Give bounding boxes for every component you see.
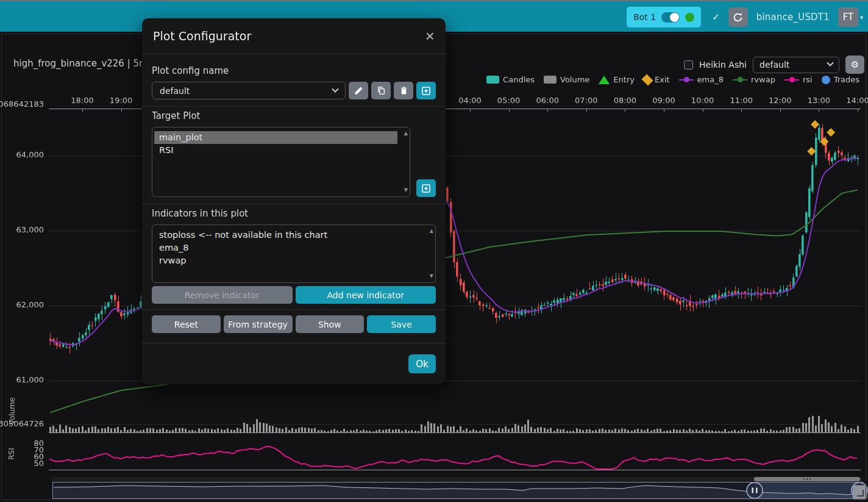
legend-item-label: ema_8	[697, 75, 724, 84]
duplicate-config-button[interactable]	[371, 82, 391, 99]
legend-item-label: Entry	[613, 75, 635, 84]
from-strategy-button[interactable]: From strategy	[224, 315, 293, 333]
x-axis-label: 10:00	[688, 96, 717, 105]
plus-square-icon	[421, 184, 431, 193]
heikin-ashi-checkbox[interactable]	[684, 60, 693, 70]
bot-toggle[interactable]	[661, 12, 680, 23]
x-axis-label: 19:00	[107, 96, 136, 105]
heikin-ashi-label: Heikin Ashi	[699, 60, 747, 70]
exit-diamond-icon	[641, 74, 653, 85]
trash-icon	[399, 86, 408, 95]
legend-item-label: Exit	[655, 75, 670, 84]
bot-name-label: Bot 1	[633, 12, 656, 22]
target-plot-list: main_plot RSI ▲ ▼	[152, 127, 410, 197]
legend-item-ema_8[interactable]: ema_8	[679, 75, 724, 84]
refresh-icon	[733, 12, 743, 23]
legend-item-label: Volume	[560, 75, 589, 84]
add-target-plot-button[interactable]	[416, 179, 436, 197]
indicator-item-rvwap[interactable]: rvwap	[154, 254, 423, 267]
rsi-pane-label: RSI	[7, 445, 16, 462]
x-axis-label: 06:00	[533, 96, 562, 105]
bot-selector[interactable]: Bot 1	[627, 7, 701, 27]
plus-square-icon	[421, 86, 431, 96]
legend-item-label: rvwap	[751, 75, 775, 84]
volume-swatch-icon	[544, 76, 557, 84]
plot-configurator-modal: Plot Configurator × Plot config name def…	[142, 18, 446, 384]
scroll-up-icon[interactable]: ▲	[404, 131, 408, 137]
y-axis-label: 64,000	[16, 150, 44, 159]
legend-item-label: Candles	[503, 75, 535, 84]
x-axis-label: 08:00	[610, 96, 639, 105]
plot-config-select-value: default	[760, 60, 789, 70]
chevron-down-icon	[332, 85, 338, 92]
remove-indicator-button[interactable]: Remove indicator	[152, 286, 293, 304]
y-axis-label: 61,000	[16, 375, 44, 384]
bot-online-dot-icon	[685, 13, 694, 22]
pair-label: binance_USDT1	[756, 12, 830, 23]
plot-configurator-gear-button[interactable]: ⚙	[845, 56, 864, 74]
legend-item-trades[interactable]: Trades	[822, 75, 859, 84]
close-icon[interactable]: ×	[425, 28, 435, 44]
caret-down-icon[interactable]: ▾	[860, 14, 863, 21]
add-config-button[interactable]	[416, 82, 436, 99]
y-axis-overflow-label: 068642183	[0, 99, 44, 109]
legend-item-exit[interactable]: Exit	[644, 75, 670, 84]
app-root: Bot 1 ✓ binance_USDT1 FT ▾ high_frog_bin…	[0, 0, 868, 502]
x-axis-label: 18:00	[68, 96, 97, 105]
rename-config-button[interactable]	[349, 82, 368, 99]
plot-config-name-label: Plot config name	[152, 65, 436, 76]
indicator-item-ema-8[interactable]: ema_8	[154, 242, 423, 254]
legend-item-label: rsi	[803, 75, 813, 84]
rsi-linedot-icon	[784, 77, 799, 82]
copy-icon	[377, 86, 386, 95]
x-axis-label: 13:00	[804, 96, 833, 105]
chart-title: high_frog_binance_v226 | 5m	[13, 58, 148, 69]
check-icon: ✓	[712, 12, 720, 23]
plot-config-name-select[interactable]: default	[152, 82, 346, 99]
volume-pane-label: Volume	[8, 395, 16, 427]
ok-button[interactable]: Ok	[408, 354, 436, 373]
x-axis-label: 09:00	[649, 96, 678, 105]
plot-config-name-value: default	[160, 86, 190, 96]
indicator-list: stoploss <-- not available in this chart…	[152, 224, 436, 283]
plot-config-select[interactable]: default	[753, 57, 839, 73]
legend-item-rsi[interactable]: rsi	[784, 75, 813, 84]
refresh-button[interactable]	[728, 7, 748, 27]
ema_8-linedot-icon	[679, 77, 694, 82]
indicators-in-plot-label: Indicators in this plot	[152, 208, 436, 219]
delete-config-button[interactable]	[394, 82, 413, 99]
scroll-up-icon[interactable]: ▲	[430, 228, 433, 234]
show-button[interactable]: Show	[296, 315, 365, 333]
trades-circle-icon	[822, 76, 830, 84]
pencil-icon	[354, 86, 363, 95]
x-axis-label: 12:00	[766, 96, 795, 105]
add-new-indicator-button[interactable]: Add new indicator	[296, 286, 436, 304]
candles-swatch-icon	[486, 76, 499, 84]
save-button[interactable]: Save	[367, 315, 436, 333]
x-axis-label: 05:00	[494, 96, 524, 105]
y-axis-label: 63,000	[16, 225, 44, 234]
scroll-down-icon[interactable]: ▼	[404, 187, 408, 193]
volume-axis-value: 305064726	[0, 419, 44, 428]
legend-item-candles[interactable]: Candles	[486, 75, 535, 84]
x-axis-label: 07:00	[572, 96, 601, 105]
y-axis-label: 62,000	[16, 300, 44, 309]
indicator-item-stoploss[interactable]: stoploss <-- not available in this chart	[154, 229, 423, 242]
rsi-axis-label: 50	[34, 459, 44, 468]
toggle-knob-icon	[670, 13, 679, 22]
target-plot-item-main-plot[interactable]: main_plot	[154, 131, 397, 144]
ft-menu-button[interactable]: FT	[838, 7, 858, 27]
x-axis-label: 14:00	[843, 96, 868, 105]
target-plot-label: Target Plot	[152, 110, 436, 121]
legend-item-volume[interactable]: Volume	[544, 75, 589, 84]
reset-button[interactable]: Reset	[152, 315, 221, 333]
legend-item-rvwap[interactable]: rvwap	[733, 75, 775, 84]
rvwap-linedot-icon	[733, 77, 747, 82]
target-plot-item-rsi[interactable]: RSI	[154, 144, 397, 157]
x-axis-label: 11:00	[727, 96, 756, 105]
chevron-down-icon	[827, 60, 833, 66]
legend-item-entry[interactable]: Entry	[599, 75, 635, 84]
modal-title: Plot Configurator	[153, 29, 251, 43]
scroll-down-icon[interactable]: ▼	[430, 273, 433, 279]
entry-triangle-icon	[599, 76, 610, 84]
